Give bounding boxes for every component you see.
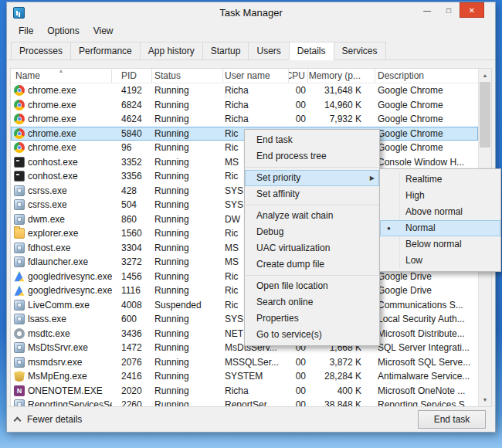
process-cpu-cell: 00 (289, 369, 308, 384)
submenu-item-realtime[interactable]: Realtime (380, 171, 500, 188)
context-menu-item-debug[interactable]: Debug (245, 224, 379, 240)
process-status-cell: Running (152, 327, 223, 341)
context-menu-item-set-affinity[interactable]: Set affinity (245, 186, 379, 202)
title-bar: Task Manager — □ ✕ (7, 2, 495, 22)
table-row[interactable]: chrome.exe 4624 Running Richa 00 7,932 K… (11, 112, 478, 127)
table-row[interactable]: chrome.exe 4192 Running Richa 00 31,648 … (11, 83, 478, 98)
table-row[interactable]: chrome.exe 6824 Running Richa 00 14,960 … (11, 98, 478, 113)
process-memory-cell: 28,284 K (308, 369, 375, 384)
column-header-cpu[interactable]: CPU (289, 69, 308, 83)
process-pid-cell: 96 (112, 141, 152, 155)
process-description-cell: Google Chrome (375, 98, 478, 113)
process-status-cell: Running (152, 384, 223, 399)
close-button[interactable]: ✕ (460, 2, 484, 18)
process-user-cell: Richa (223, 384, 289, 399)
process-name-cell: chrome.exe (11, 127, 112, 141)
generic-exe-icon (14, 199, 25, 210)
process-status-cell: Running (152, 169, 223, 184)
process-cpu-cell: 00 (289, 98, 308, 113)
context-menu-item-create-dump-file[interactable]: Create dump file (245, 256, 379, 273)
column-header-status[interactable]: Status (152, 69, 223, 83)
process-name-cell: dwm.exe (11, 212, 112, 227)
context-menu-item-analyze-wait-chain[interactable]: Analyze wait chain (245, 208, 379, 224)
process-memory-cell: 31,648 K (308, 83, 375, 98)
tab-processes[interactable]: Processes (11, 42, 71, 60)
scrollbar-thumb[interactable] (480, 82, 490, 148)
table-row[interactable]: MsMpEng.exe 2416 Running SYSTEM 00 28,28… (11, 369, 478, 384)
context-menu-item-go-to-service-s[interactable]: Go to service(s) (245, 327, 379, 343)
context-menu-item-end-task[interactable]: End task (245, 132, 379, 148)
table-row[interactable]: ONENOTEM.EXE 2020 Running Richa 00 400 K… (11, 384, 478, 399)
process-status-cell: Running (152, 112, 223, 127)
process-name-cell: chrome.exe (11, 98, 112, 113)
process-name-cell: conhost.exe (11, 169, 112, 184)
process-description-cell: Reporting Services S... (375, 398, 478, 406)
menu-file[interactable]: File (12, 24, 40, 38)
menu-bar: FileOptionsView (7, 22, 495, 39)
submenu-item-low[interactable]: Low (380, 253, 500, 269)
process-status-cell: Running (152, 127, 223, 141)
chevron-up-icon (14, 416, 22, 424)
tab-performance[interactable]: Performance (70, 42, 141, 60)
process-description-cell: Local Security Auth... (375, 312, 478, 327)
caption-buttons: — □ ✕ (416, 2, 484, 18)
tab-app-history[interactable]: App history (140, 42, 203, 60)
process-memory-cell: 3,872 K (308, 355, 375, 370)
process-name-cell: googledrivesync.exe (11, 270, 112, 284)
context-menu-item-set-priority[interactable]: Set priority ▶ (245, 170, 379, 186)
menu-view[interactable]: View (86, 24, 120, 38)
table-row[interactable]: msmdsrv.exe 2076 Running MSSQLSer... 00 … (11, 355, 478, 370)
context-menu-item-open-file-location[interactable]: Open file location (245, 278, 379, 294)
submenu-item-above-normal[interactable]: Above normal (380, 204, 500, 220)
chrome-icon (14, 128, 25, 139)
process-pid-cell: 4192 (112, 83, 152, 98)
submenu-item-high[interactable]: High (380, 188, 500, 204)
tab-services[interactable]: Services (334, 42, 386, 60)
context-menu-item-end-process-tree[interactable]: End process tree (245, 148, 379, 165)
process-cpu-cell: 00 (289, 398, 308, 406)
end-task-button[interactable]: End task (418, 410, 486, 429)
fewer-details-label: Fewer details (27, 414, 82, 425)
process-status-cell: Running (152, 369, 223, 384)
process-pid-cell: 4624 (112, 112, 152, 127)
fewer-details-toggle[interactable]: Fewer details (15, 414, 82, 425)
process-status-cell: Running (152, 241, 223, 256)
google-drive-icon (14, 285, 25, 296)
generic-exe-icon (14, 300, 25, 311)
column-header-user-name[interactable]: User name (223, 69, 289, 83)
column-header-name[interactable]: ▲ Name (11, 69, 112, 83)
tab-startup[interactable]: Startup (202, 42, 249, 60)
column-header-memory[interactable]: Memory (p... (308, 69, 375, 83)
table-row[interactable]: ReportingServicesSer... 2260 Running Rep… (11, 398, 478, 406)
process-name-cell: chrome.exe (11, 83, 112, 98)
menu-options[interactable]: Options (40, 24, 86, 38)
context-menu-item-uac-virtualization[interactable]: UAC virtualization (245, 240, 379, 256)
scroll-up-icon[interactable]: ▲ (479, 69, 491, 82)
process-cpu-cell: 00 (289, 112, 308, 127)
context-menu-item-properties[interactable]: Properties (245, 311, 379, 327)
minimize-button[interactable]: — (416, 2, 438, 18)
scroll-down-icon[interactable]: ▼ (479, 393, 491, 406)
process-name-cell: ReportingServicesSer... (11, 398, 112, 406)
process-name-cell: MsMpEng.exe (11, 369, 112, 384)
context-menu-item-search-online[interactable]: Search online (245, 294, 379, 311)
process-user-cell: Richa (223, 83, 289, 98)
maximize-button[interactable]: □ (438, 2, 460, 18)
process-pid-cell: 1456 (112, 270, 152, 284)
process-description-cell: Google Chrome (375, 112, 478, 127)
tab-details[interactable]: Details (289, 42, 334, 60)
process-description-cell: Google Chrome (375, 141, 478, 155)
column-header-description[interactable]: Description (375, 69, 478, 83)
submenu-item-below-normal[interactable]: Below normal (380, 236, 500, 253)
process-name-cell: MsDtsSrvr.exe (11, 341, 112, 355)
process-user-cell: MSSQLSer... (223, 355, 289, 370)
process-pid-cell: 600 (112, 312, 152, 327)
process-user-cell: Richa (223, 98, 289, 113)
process-pid-cell: 3436 (112, 327, 152, 341)
tab-users[interactable]: Users (248, 42, 289, 60)
submenu-item-normal[interactable]: Normal ● (380, 220, 500, 236)
column-header-pid[interactable]: PID (112, 69, 152, 83)
process-pid-cell: 3272 (112, 255, 152, 270)
process-status-cell: Running (152, 255, 223, 270)
process-memory-cell: 400 K (308, 384, 375, 399)
